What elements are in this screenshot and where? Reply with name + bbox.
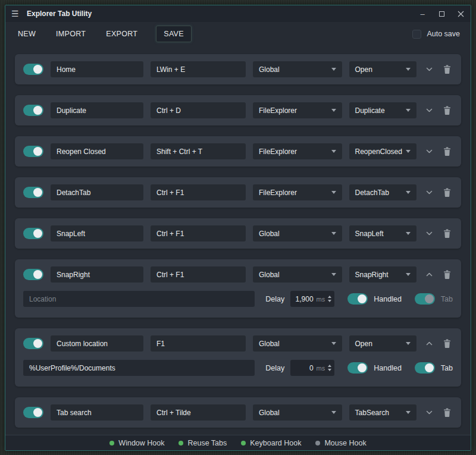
hotkey-input[interactable] <box>151 143 246 159</box>
expand-toggle-button[interactable] <box>424 338 435 350</box>
delete-button[interactable] <box>441 228 453 240</box>
action-select[interactable]: ReopenClosed <box>349 143 416 159</box>
expand-toggle-button[interactable] <box>424 146 435 158</box>
handled-toggle[interactable] <box>347 293 368 305</box>
name-input[interactable] <box>51 266 143 283</box>
spin-down-icon[interactable] <box>328 369 331 371</box>
action-select[interactable]: SnapRight <box>349 266 416 283</box>
chevron-down-icon <box>406 191 411 194</box>
delay-spinner[interactable] <box>328 365 331 371</box>
enabled-toggle[interactable] <box>23 228 43 239</box>
autosave-label: Auto save <box>427 30 460 38</box>
scope-select[interactable]: Global <box>253 266 342 283</box>
name-input[interactable] <box>51 184 143 200</box>
location-input[interactable] <box>23 291 255 307</box>
action-value: ReopenClosed <box>355 148 406 156</box>
minimize-button[interactable]: – <box>418 10 427 18</box>
import-button[interactable]: IMPORT <box>54 26 87 42</box>
delay-input[interactable]: 0 ms <box>290 360 334 376</box>
handled-toggle[interactable] <box>347 362 368 374</box>
delete-button[interactable] <box>441 187 453 199</box>
close-button[interactable] <box>456 10 465 18</box>
new-button[interactable]: NEW <box>16 26 37 42</box>
name-input[interactable] <box>51 143 143 159</box>
status-item: Window Hook <box>109 439 164 447</box>
action-select[interactable]: SnapLeft <box>349 225 416 241</box>
action-select[interactable]: DetachTab <box>349 184 416 200</box>
spin-up-icon[interactable] <box>328 296 331 298</box>
location-input[interactable] <box>23 360 255 376</box>
hotkey-input[interactable] <box>151 225 246 241</box>
export-button[interactable]: EXPORT <box>104 26 139 42</box>
action-value: Open <box>355 65 406 74</box>
action-value: SnapLeft <box>355 230 406 238</box>
enabled-toggle[interactable] <box>23 338 43 349</box>
hotkey-row-main: Global TabSearch <box>23 404 453 421</box>
hotkey-input[interactable] <box>151 404 246 421</box>
scope-select[interactable]: FileExplorer <box>253 184 342 200</box>
scope-select[interactable]: Global <box>253 335 342 352</box>
action-select[interactable]: Duplicate <box>349 102 416 118</box>
hotkey-row: Global Open Delay 0 <box>15 328 461 387</box>
hotkey-input[interactable] <box>151 102 246 118</box>
hotkey-input[interactable] <box>151 184 246 200</box>
hotkey-row-main: Global SnapRight <box>23 266 453 283</box>
expand-toggle-button[interactable] <box>424 228 435 240</box>
name-input[interactable] <box>51 102 143 118</box>
name-input[interactable] <box>51 225 143 241</box>
autosave-checkbox[interactable] <box>412 30 421 39</box>
enabled-toggle[interactable] <box>23 64 43 75</box>
enabled-toggle[interactable] <box>23 269 43 280</box>
action-select[interactable]: TabSearch <box>349 404 416 421</box>
enabled-toggle[interactable] <box>23 146 43 157</box>
handled-label: Handled <box>374 295 402 303</box>
expand-toggle-button[interactable] <box>424 269 435 281</box>
expand-toggle-button[interactable] <box>424 64 435 76</box>
expand-toggle-button[interactable] <box>424 105 435 117</box>
delete-button[interactable] <box>441 64 453 76</box>
status-label: Reuse Tabs <box>187 439 227 447</box>
action-select[interactable]: Open <box>349 61 416 77</box>
hotkey-row-main: FileExplorer DetachTab <box>23 184 453 200</box>
scope-select[interactable]: Global <box>253 61 342 77</box>
tab-toggle[interactable] <box>415 293 435 305</box>
chevron-down-icon <box>331 150 336 153</box>
chevron-down-icon <box>331 191 336 194</box>
expand-toggle-button[interactable] <box>424 187 435 199</box>
enabled-toggle[interactable] <box>23 105 43 116</box>
scope-select[interactable]: Global <box>253 404 342 421</box>
scope-select[interactable]: FileExplorer <box>253 102 342 118</box>
maximize-button[interactable] <box>437 10 446 18</box>
name-input[interactable] <box>51 61 143 77</box>
delay-spinner[interactable] <box>328 296 331 302</box>
spin-down-icon[interactable] <box>328 300 331 302</box>
hotkey-input[interactable] <box>151 266 246 283</box>
scope-select[interactable]: FileExplorer <box>253 143 342 159</box>
hotkey-row: FileExplorer Duplicate <box>15 95 461 125</box>
spin-up-icon[interactable] <box>328 365 331 367</box>
menu-icon[interactable]: ☰ <box>11 9 24 18</box>
hotkey-row-main: FileExplorer Duplicate <box>23 102 453 118</box>
delete-button[interactable] <box>441 338 453 350</box>
tab-toggle[interactable] <box>415 362 435 374</box>
action-select[interactable]: Open <box>349 335 416 352</box>
save-button[interactable]: SAVE <box>156 26 192 42</box>
enabled-toggle[interactable] <box>23 187 43 198</box>
expand-toggle-button[interactable] <box>424 407 435 419</box>
chevron-down-icon <box>406 150 411 153</box>
hotkey-input[interactable] <box>151 335 246 352</box>
hotkey-input[interactable] <box>151 61 246 77</box>
delete-button[interactable] <box>441 407 453 419</box>
name-input[interactable] <box>51 335 143 352</box>
trash-icon <box>443 229 451 238</box>
scope-select[interactable]: Global <box>253 225 342 241</box>
delete-button[interactable] <box>441 105 453 117</box>
name-input[interactable] <box>51 404 143 421</box>
delete-button[interactable] <box>441 146 453 158</box>
enabled-toggle[interactable] <box>23 407 43 418</box>
hotkey-row-detail: Delay 1,900 ms Handled Tab <box>23 291 453 307</box>
delay-input[interactable]: 1,900 ms <box>290 291 334 307</box>
delete-button[interactable] <box>441 269 453 281</box>
status-dot <box>241 441 246 445</box>
window-controls: – <box>418 10 465 18</box>
